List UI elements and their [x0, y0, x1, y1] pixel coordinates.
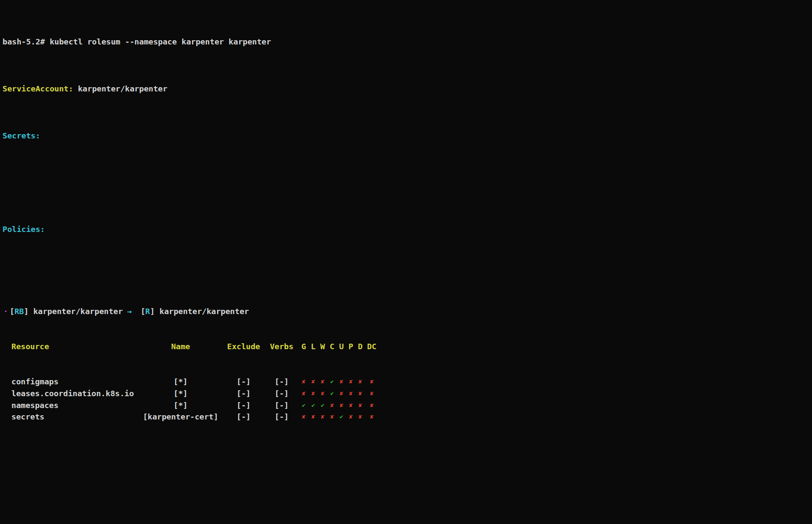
- resource-name: namespaces: [11, 400, 143, 411]
- bracket: ]: [24, 307, 28, 316]
- cross-icon: ✘: [318, 388, 327, 400]
- verb-columns-header: GLWCUPDDC: [299, 341, 812, 353]
- cross-icon: ✘: [356, 400, 365, 411]
- blank-line: [3, 177, 812, 189]
- exclude-value: [-]: [219, 388, 269, 400]
- verb-column-header-dc: DC: [365, 341, 379, 353]
- cross-icon: ✘: [356, 388, 365, 400]
- table-row: leases.coordination.k8s.io[*][-][-]✘✘✘✔✘…: [3, 388, 812, 400]
- verb-marks: ✘✘✘✘✔✘✘✘: [299, 411, 812, 423]
- space: [29, 307, 33, 316]
- check-icon: ✔: [318, 400, 327, 411]
- cross-icon: ✘: [299, 388, 308, 400]
- verb-column-header-d: D: [356, 341, 365, 353]
- verb-marks: ✘✘✘✔✘✘✘✘: [299, 376, 812, 388]
- verbs-value: [-]: [269, 388, 295, 400]
- resource-name: configmaps: [11, 376, 143, 388]
- cross-icon: ✘: [365, 411, 379, 423]
- resource-name: leases.coordination.k8s.io: [11, 388, 143, 400]
- service-account-label: ServiceAccount:: [3, 84, 73, 93]
- check-icon: ✔: [327, 376, 337, 388]
- cross-icon: ✘: [346, 376, 355, 388]
- verbs-value: [-]: [269, 411, 295, 423]
- resource-name: secrets: [11, 411, 143, 423]
- verb-column-header-c: C: [327, 341, 337, 353]
- binding-line: ·[RB] karpenter/karpenter→[R] karpenter/…: [3, 306, 812, 317]
- cross-icon: ✘: [346, 388, 355, 400]
- cross-icon: ✘: [308, 411, 318, 423]
- binding-name: karpenter/karpenter: [33, 307, 123, 316]
- service-account-name: karpenter/karpenter: [78, 84, 167, 93]
- verb-marks: ✘✘✘✔✘✘✘✘: [299, 388, 812, 400]
- policies-line: Policies:: [3, 223, 812, 235]
- policy-table-rolebinding-karpenter: ·[RB] karpenter/karpenter→[R] karpenter/…: [3, 282, 812, 447]
- exclude-value: [-]: [219, 411, 269, 423]
- cross-icon: ✘: [327, 411, 337, 423]
- prompt-command: bash-5.2# kubectl rolesum --namespace ka…: [3, 37, 271, 46]
- cross-icon: ✘: [346, 411, 355, 423]
- check-icon: ✔: [327, 388, 337, 400]
- table-rows: configmaps[*][-][-]✘✘✘✔✘✘✘✘leases.coordi…: [3, 376, 812, 423]
- bullet-icon: ·: [3, 306, 10, 317]
- name-value: [*]: [143, 400, 219, 411]
- blank-line: [3, 482, 812, 494]
- bracket: [: [10, 307, 14, 316]
- verb-column-header-w: W: [318, 341, 327, 353]
- bracket: ]: [150, 307, 155, 316]
- verb-column-header-g: G: [299, 341, 308, 353]
- verb-marks: ✔✔✔✘✘✘✘✘: [299, 400, 812, 411]
- policies-label: Policies:: [3, 225, 45, 234]
- verbs-value: [-]: [269, 376, 295, 388]
- table-row: namespaces[*][-][-]✔✔✔✘✘✘✘✘: [3, 400, 812, 411]
- table-header-row: Resource Name Exclude Verbs GLWCUPDDC: [3, 341, 812, 353]
- check-icon: ✔: [308, 400, 318, 411]
- table-row: secrets[karpenter-cert][-][-]✘✘✘✘✔✘✘✘: [3, 411, 812, 423]
- cross-icon: ✘: [299, 376, 308, 388]
- column-header-name: Name: [143, 341, 219, 353]
- table-row: configmaps[*][-][-]✘✘✘✔✘✘✘✘: [3, 376, 812, 388]
- secrets-label: Secrets:: [3, 131, 40, 140]
- name-value: [karpenter-cert]: [143, 411, 219, 423]
- verbs-value: [-]: [269, 400, 295, 411]
- binding-kind: RB: [14, 307, 24, 316]
- cross-icon: ✘: [365, 400, 379, 411]
- cross-icon: ✘: [356, 411, 365, 423]
- column-header-exclude: Exclude: [219, 341, 269, 353]
- verb-column-header-u: U: [337, 341, 346, 353]
- cross-icon: ✘: [356, 376, 365, 388]
- check-icon: ✔: [337, 411, 346, 423]
- cross-icon: ✘: [318, 376, 327, 388]
- prompt-line: bash-5.2# kubectl rolesum --namespace ka…: [3, 36, 812, 48]
- cross-icon: ✘: [365, 376, 379, 388]
- arrow-icon: →: [127, 307, 132, 316]
- column-header-verbs: Verbs: [269, 341, 295, 353]
- role-name: karpenter/karpenter: [159, 307, 249, 316]
- role-kind: R: [145, 307, 150, 316]
- secrets-line: Secrets:: [3, 130, 812, 142]
- verb-column-header-l: L: [308, 341, 318, 353]
- column-header-resource: Resource: [11, 341, 143, 353]
- service-account-value: [73, 84, 78, 93]
- space: [155, 307, 159, 316]
- cross-icon: ✘: [337, 388, 346, 400]
- cross-icon: ✘: [318, 411, 327, 423]
- cross-icon: ✘: [365, 388, 379, 400]
- cross-icon: ✘: [327, 400, 337, 411]
- cross-icon: ✘: [346, 400, 355, 411]
- cross-icon: ✘: [299, 411, 308, 423]
- cross-icon: ✘: [337, 400, 346, 411]
- name-value: [*]: [143, 388, 219, 400]
- cross-icon: ✘: [337, 376, 346, 388]
- blank-line: [3, 517, 812, 524]
- terminal-screen: bash-5.2# kubectl rolesum --namespace ka…: [0, 0, 812, 524]
- exclude-value: [-]: [219, 376, 269, 388]
- exclude-value: [-]: [219, 400, 269, 411]
- name-value: [*]: [143, 376, 219, 388]
- bracket: [: [140, 307, 145, 316]
- cross-icon: ✘: [308, 388, 318, 400]
- verb-column-header-p: P: [346, 341, 355, 353]
- cross-icon: ✘: [308, 376, 318, 388]
- check-icon: ✔: [299, 400, 308, 411]
- service-account-line: ServiceAccount: karpenter/karpenter: [3, 83, 812, 95]
